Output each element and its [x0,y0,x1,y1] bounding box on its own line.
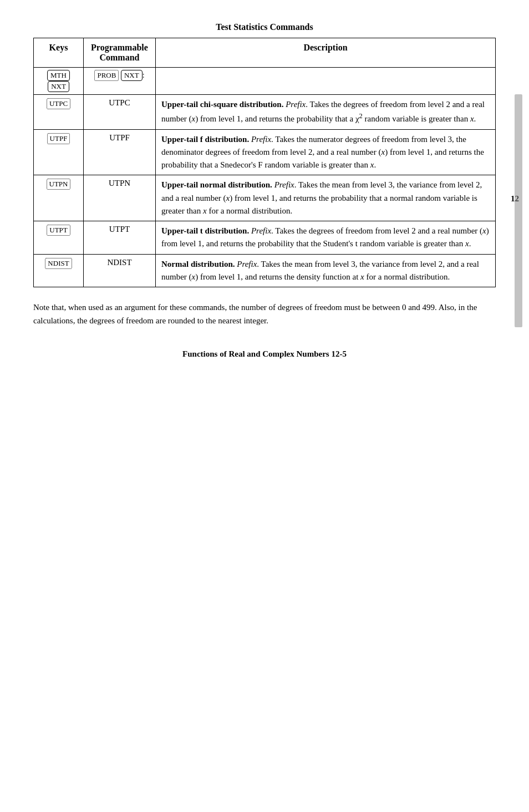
table-row: UTPN UTPN Upper-tail normal distribution… [34,175,496,221]
desc-italic-utpn: Prefix [274,180,294,189]
subheader-desc-cell [156,68,496,95]
desc-utpn: Upper-tail normal distribution. Prefix. … [156,175,496,221]
subheader-prog-cell: PROB NXT: [84,68,156,95]
desc-bold-utpf: Upper-tail f distribution. [161,135,249,144]
desc-utpf: Upper-tail f distribution. Prefix. Takes… [156,129,496,175]
desc-italic-utpt: Prefix [251,226,271,235]
ndist-key[interactable]: NDIST [45,258,72,269]
desc-italic-utpf: Prefix [251,135,271,144]
note-paragraph: Note that, when used as an argument for … [33,301,496,327]
header-description: Description [156,38,496,68]
desc-utpc: Upper-tail chi-square distribution. Pref… [156,95,496,130]
footer: Functions of Real and Complex Numbers 12… [33,349,496,359]
keys-utpn: UTPN [34,175,84,221]
nxt-button-2[interactable]: NXT [121,70,143,81]
statistics-table: Keys ProgrammableCommand Description MTH… [33,38,496,287]
keys-utpt: UTPT [34,221,84,255]
desc-italic-ndist: Prefix [237,260,257,268]
page-title: Test Statistics Commands [33,22,496,32]
keys-ndist: NDIST [34,254,84,287]
header-programmable-command: ProgrammableCommand [84,38,156,68]
desc-bold-utpn: Upper-tail normal distribution. [161,180,272,189]
desc-utpt: Upper-tail t distribution. Prefix. Takes… [156,221,496,255]
nxt-button-1[interactable]: NXT [48,81,69,92]
keys-utpc: UTPC [34,95,84,130]
subheader-keys-cell: MTH NXT [34,68,84,95]
table-row: UTPT UTPT Upper-tail t distribution. Pre… [34,221,496,255]
utpc-key[interactable]: UTPC [47,98,70,109]
utpf-key[interactable]: UTPF [47,133,70,144]
table-row: UTPC UTPC Upper-tail chi-square distribu… [34,95,496,130]
keys-utpf: UTPF [34,129,84,175]
desc-italic-utpc: Prefix [286,100,306,109]
prog-utpf: UTPF [84,129,156,175]
utpt-key[interactable]: UTPT [47,225,70,236]
table-row: UTPF UTPF Upper-tail f distribution. Pre… [34,129,496,175]
prob-button[interactable]: PROB [94,70,119,81]
header-keys: Keys [34,38,84,68]
mth-button[interactable]: MTH [47,70,70,81]
table-row: NDIST NDIST Normal distribution. Prefix.… [34,254,496,287]
desc-bold-utpt: Upper-tail t distribution. [161,226,249,235]
desc-ndist: Normal distribution. Prefix. Takes the m… [156,254,496,287]
desc-bold-utpc: Upper-tail chi-square distribution. [161,100,283,109]
table-subheader-row: MTH NXT PROB NXT: [34,68,496,95]
prog-utpc: UTPC [84,95,156,130]
table-header-row: Keys ProgrammableCommand Description [34,38,496,68]
page-sidebar-bar [515,94,522,327]
desc-bold-ndist: Normal distribution. [161,260,235,268]
prog-ndist: NDIST [84,254,156,287]
prog-utpn: UTPN [84,175,156,221]
prog-utpt: UTPT [84,221,156,255]
utpn-key[interactable]: UTPN [47,179,71,190]
